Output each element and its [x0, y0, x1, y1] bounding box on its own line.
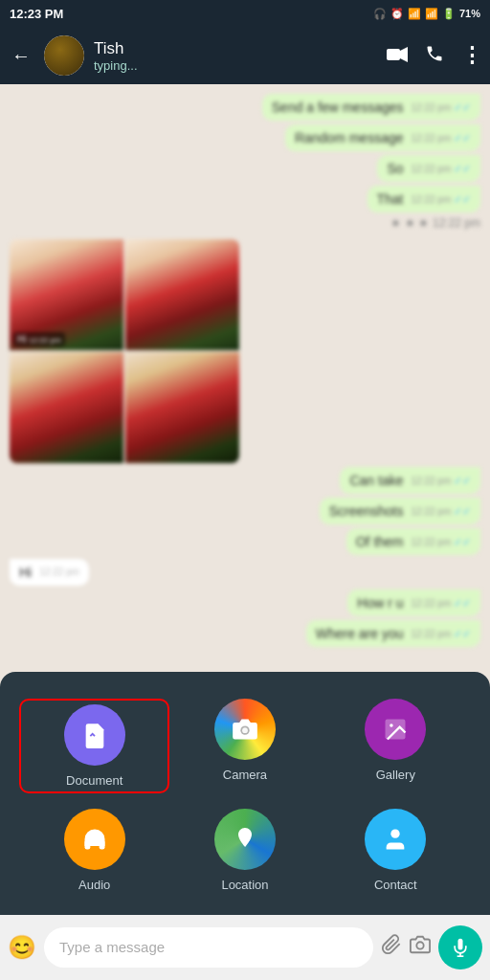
phone-call-icon[interactable]: [425, 44, 444, 68]
message-out-screenshots: Screenshots 12:22 pm ✓✓: [320, 498, 480, 524]
photo-cell-4: [125, 352, 239, 463]
camera-label: Camera: [223, 768, 267, 782]
location-circle: [214, 809, 276, 870]
chat-header: ← Tish typing... ⋮: [0, 27, 490, 84]
attach-item-contact[interactable]: Contact: [321, 809, 471, 892]
message-out-of-them: Of them 12:22 pm ✓✓: [346, 528, 480, 555]
avatar[interactable]: [44, 35, 84, 76]
message-out-2: Random message 12:22 pm ✓✓: [285, 124, 480, 151]
attach-item-audio[interactable]: Audio: [19, 809, 169, 892]
attach-item-camera[interactable]: Camera: [169, 699, 320, 793]
location-icon: [234, 826, 256, 853]
chat-area: Send a few messages 12:22 pm ✓✓ Random m…: [0, 84, 490, 657]
attachment-panel: Document Camera Gallery: [0, 672, 490, 915]
messages-container: Send a few messages 12:22 pm ✓✓ Random m…: [0, 84, 490, 657]
battery-icon: 🔋: [442, 8, 456, 20]
attach-item-gallery[interactable]: Gallery: [321, 699, 471, 793]
camera-icon: [232, 716, 258, 743]
document-circle: [64, 704, 125, 766]
gallery-icon: [382, 716, 409, 743]
message-out-1: Send a few messages 12:22 pm ✓✓: [262, 94, 480, 121]
battery-percent: 71%: [459, 8, 480, 19]
svg-point-7: [242, 833, 247, 837]
header-actions: ⋮: [387, 43, 482, 68]
paperclip-icon[interactable]: [381, 934, 402, 961]
gallery-label: Gallery: [376, 768, 415, 782]
input-right-icons: [381, 925, 482, 969]
message-out-3: So 12:22 pm ✓✓: [377, 155, 480, 182]
input-bar: 😊 Type a message: [0, 915, 490, 980]
document-label: Document: [66, 773, 122, 788]
audio-circle: [64, 809, 125, 870]
contact-info: Tish typing...: [94, 39, 377, 73]
video-call-icon[interactable]: [387, 45, 408, 67]
photo-cell-2: [125, 239, 239, 350]
status-bar: 12:23 PM 🎧 ⏰ 📶 📶 🔋 71%: [0, 0, 490, 27]
contact-status: typing...: [94, 58, 377, 73]
svg-point-9: [416, 942, 423, 948]
message-out-where: Where are you 12:22 pm ✓✓: [306, 620, 480, 647]
message-in-hi: Hi 12:22 pm: [10, 559, 89, 586]
mic-icon: [451, 938, 470, 957]
attach-item-document[interactable]: Document: [19, 699, 169, 793]
camera-circle: [214, 699, 276, 760]
attach-item-location[interactable]: Location: [169, 809, 320, 892]
gallery-circle: [365, 699, 426, 760]
svg-rect-0: [387, 49, 400, 60]
back-button[interactable]: ←: [8, 41, 34, 71]
status-time: 12:23 PM: [10, 7, 63, 21]
signal-icon: 📶: [408, 8, 421, 20]
message-out-can-take: Can take 12:22 pm ✓✓: [340, 467, 480, 494]
headphone-icon: 🎧: [373, 8, 387, 20]
wifi-icon: 📶: [425, 8, 438, 20]
audio-icon: [81, 826, 108, 853]
message-input[interactable]: Type a message: [44, 927, 373, 968]
contact-icon: [382, 826, 409, 853]
camera-input-icon[interactable]: [410, 934, 431, 961]
svg-point-6: [390, 724, 393, 727]
message-out-4: That 12:22 pm ✓✓: [368, 186, 481, 212]
status-icons: 🎧 ⏰ 📶 📶 🔋 71%: [373, 8, 480, 20]
svg-marker-1: [400, 47, 408, 62]
svg-point-8: [391, 830, 400, 838]
message-placeholder: Type a message: [59, 927, 358, 968]
mic-button[interactable]: [438, 925, 482, 969]
document-icon: [81, 722, 108, 748]
audio-label: Audio: [78, 878, 110, 892]
contact-circle: [365, 809, 426, 870]
photo-label-1: Hi 12:22 pm: [13, 332, 65, 346]
svg-point-4: [242, 727, 248, 733]
contact-label: Contact: [374, 878, 417, 892]
contact-name: Tish: [94, 39, 377, 58]
alarm-icon: ⏰: [390, 8, 404, 20]
more-options-icon[interactable]: ⋮: [461, 43, 482, 68]
photo-cell-1: Hi 12:22 pm: [10, 239, 123, 350]
location-label: Location: [221, 878, 268, 892]
message-out-how: How r u 12:22 pm ✓✓: [347, 590, 480, 616]
emoji-button[interactable]: 😊: [8, 934, 36, 961]
photo-grid: Hi 12:22 pm: [10, 239, 239, 463]
photo-cell-3: [10, 352, 123, 463]
attach-grid: Document Camera Gallery: [19, 699, 471, 892]
